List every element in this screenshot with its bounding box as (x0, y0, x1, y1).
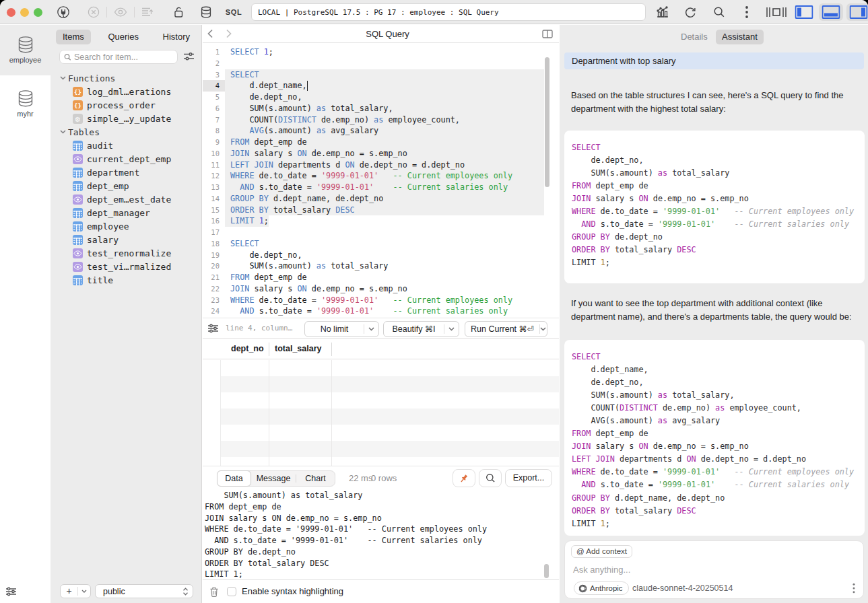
search-icon (64, 53, 71, 61)
search-results-button[interactable] (479, 469, 502, 487)
toggle-right-panel-icon[interactable] (850, 5, 868, 19)
syntax-highlighting-checkbox[interactable] (227, 587, 236, 596)
connect-icon[interactable] (57, 5, 71, 19)
more-menu-icon[interactable] (745, 5, 749, 20)
chevron-down-icon (539, 327, 547, 331)
nav-forward-icon[interactable] (223, 28, 234, 39)
strip-settings-icon[interactable] (5, 586, 17, 597)
conversation-title-banner[interactable]: Department with top salary (564, 52, 864, 69)
database-icon[interactable] (199, 5, 213, 19)
assistant-code-block[interactable]: SELECT d.dept_name, de.dept_no, SUM(s.am… (564, 340, 865, 536)
sidebar: Items Queries History Functions{}log_dml… (51, 25, 202, 603)
ask-input-placeholder[interactable]: Ask anything... (573, 565, 630, 575)
assistant-code-block[interactable]: SELECT de.dept_no, SUM(s.amount) as tota… (564, 131, 865, 283)
export-button[interactable]: Export... (505, 469, 552, 487)
tree-item-label: salary (87, 235, 119, 245)
tree-item-label: dept_emp (87, 181, 129, 191)
updown-chevron-icon (182, 588, 189, 596)
sql-code-editor[interactable]: 123456789101112131415161718192021222324 … (203, 44, 559, 318)
limit-dropdown-label: No limit (305, 324, 364, 334)
tree-item[interactable]: current_dept_emp (51, 152, 202, 166)
chart-icon[interactable] (655, 5, 670, 19)
table-icon (73, 181, 83, 191)
results-grid[interactable]: dept_no total_salary (203, 339, 559, 466)
schema-select[interactable]: public (95, 584, 193, 598)
nav-back-icon[interactable] (205, 28, 216, 39)
chevron-down-icon (78, 590, 90, 593)
table-icon (73, 235, 83, 245)
traffic-close-button[interactable] (7, 8, 15, 17)
provider-pill[interactable]: Anthropic (574, 581, 629, 595)
connection-item-employee[interactable]: employee (0, 25, 51, 75)
tree-item[interactable]: test_vi…rmalized (51, 260, 202, 273)
trash-icon[interactable] (209, 586, 220, 598)
tree-item[interactable]: employee (51, 219, 202, 233)
tree-item[interactable]: dept_manager (51, 206, 202, 219)
sidebar-bottom-bar: + public (51, 579, 202, 603)
tree-item[interactable]: ⚙simple_…y_update (51, 112, 202, 125)
function-icon: {} (73, 100, 83, 110)
tree-group-label: Functions (68, 73, 115, 83)
tree-group-functions[interactable]: Functions (51, 71, 202, 85)
column-header-total-salary[interactable]: total_salary (275, 339, 321, 359)
add-context-chip[interactable]: @ Add context (571, 545, 632, 558)
chevron-down-icon (444, 327, 459, 331)
search-icon[interactable] (712, 5, 726, 19)
tree-group-tables[interactable]: Tables (51, 125, 202, 139)
tab-history[interactable]: History (156, 30, 197, 44)
message-scrollbar[interactable] (544, 564, 549, 578)
editor-settings-icon[interactable] (207, 323, 219, 334)
svg-text:{}: {} (74, 102, 81, 109)
connection-title-field[interactable]: LOCAL | PostgreSQL 17.5 : PG 17 : employ… (251, 3, 646, 21)
editor-tab-bar: SQL Query (203, 25, 559, 43)
split-editor-icon[interactable] (542, 30, 553, 38)
tree-item[interactable]: audit (51, 139, 202, 152)
tree-item[interactable]: {}log_dml…erations (51, 85, 202, 98)
svg-text:⚙: ⚙ (75, 115, 81, 122)
traffic-zoom-button[interactable] (34, 8, 42, 17)
lock-icon[interactable] (172, 5, 185, 19)
sidebar-search-box[interactable] (59, 50, 178, 64)
tab-data[interactable]: Data (217, 470, 251, 487)
plus-icon: + (61, 585, 77, 598)
tree-item[interactable]: department (51, 166, 202, 179)
sql-mode-badge: SQL (226, 8, 242, 16)
tree-item[interactable]: title (51, 273, 202, 287)
editor-scrollbar[interactable] (545, 57, 549, 187)
refresh-icon[interactable] (683, 5, 698, 19)
pin-result-button[interactable] (453, 469, 475, 487)
sidebar-filter-icon[interactable] (183, 51, 195, 62)
zen-mode-icon[interactable] (766, 6, 787, 18)
tree-item[interactable]: dept_emp (51, 179, 202, 192)
grid-empty-row (221, 409, 559, 425)
beautify-dropdown[interactable]: Beautify ⌘I (383, 321, 459, 337)
tree-item-label: employee (87, 221, 129, 232)
add-item-button[interactable]: + (60, 584, 91, 598)
assistant-message-text: If you want to see the top department wi… (571, 297, 862, 324)
tree-item[interactable]: dept_em…est_date (51, 192, 202, 206)
tree-item-label: audit (87, 141, 113, 151)
tab-chart[interactable]: Chart (296, 471, 335, 486)
tab-details[interactable]: Details (675, 30, 714, 44)
assistant-composer[interactable]: @ Add context Ask anything... Anthropic … (564, 540, 864, 599)
tree-item[interactable]: test_renormalize (51, 246, 202, 260)
message-panel[interactable]: SUM(s.amount) as total_salaryFROM dept_e… (203, 490, 559, 579)
composer-more-icon[interactable] (853, 583, 855, 594)
grid-empty-row (221, 392, 559, 409)
view-icon (73, 248, 83, 258)
tab-queries[interactable]: Queries (101, 30, 145, 44)
traffic-minimize-button[interactable] (20, 8, 29, 17)
tab-message[interactable]: Message (251, 471, 296, 486)
run-current-dropdown[interactable]: Run Current ⌘⏎ (465, 321, 547, 337)
toggle-left-panel-icon[interactable] (795, 5, 813, 19)
tree-item[interactable]: {}process_order (51, 98, 202, 112)
view-icon (73, 154, 83, 164)
limit-dropdown[interactable]: No limit (304, 321, 379, 337)
tab-items[interactable]: Items (56, 30, 91, 44)
sidebar-search-input[interactable] (74, 52, 173, 62)
tab-assistant[interactable]: Assistant (716, 30, 764, 44)
column-header-dept-no[interactable]: dept_no (231, 339, 264, 359)
tree-item[interactable]: salary (51, 233, 202, 246)
toggle-bottom-panel-icon[interactable] (822, 5, 840, 19)
connection-item-myhr[interactable]: myhr (0, 75, 51, 126)
